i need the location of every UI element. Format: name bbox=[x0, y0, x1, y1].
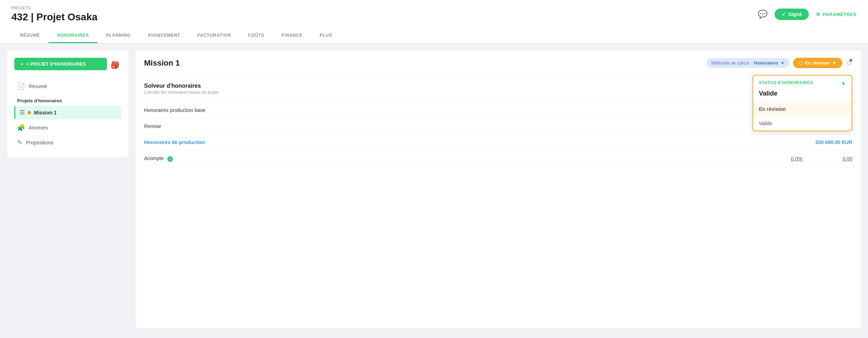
table-row: Honoraires production base 200 000.00 bbox=[144, 102, 852, 118]
main-content: + + PROJET D'HONORAIRES 🎒 📄 Résumé Proje… bbox=[0, 43, 868, 335]
status-dropdown-chevron[interactable]: ▲ bbox=[841, 80, 846, 86]
check-icon: ✓ bbox=[782, 11, 786, 17]
mission-title: Mission 1 bbox=[144, 58, 180, 68]
calcul-method: Honoraires bbox=[754, 60, 778, 66]
table-rows: Honoraires production base 200 000.00 Re… bbox=[136, 102, 861, 167]
tab-avancement[interactable]: AVANCEMENT bbox=[139, 29, 189, 43]
tab-honoraires[interactable]: HONORAIRES bbox=[48, 29, 97, 43]
sidebar: + + PROJET D'HONORAIRES 🎒 📄 Résumé Proje… bbox=[7, 51, 128, 157]
sidebar-mission-1[interactable]: ☰ Mission 1 bbox=[14, 106, 121, 119]
tab-finance[interactable]: FINANCE bbox=[273, 29, 311, 43]
mission-label: Mission 1 bbox=[34, 110, 57, 116]
solveur-section: Solveur d'honoraires Calculer les honora… bbox=[136, 76, 861, 102]
revision-dropdown-arrow: ▼ bbox=[832, 60, 837, 66]
settings-dot bbox=[849, 59, 852, 62]
tab-couts[interactable]: COÛTS bbox=[239, 29, 273, 43]
header-top: PROJETS 432 | Projet Osaka 💬 ✓ Signé ⚙ P… bbox=[11, 6, 857, 27]
calcul-badge: Méthode de calcul : Honoraires ▼ bbox=[706, 58, 790, 68]
gear-icon: ⚙ bbox=[816, 12, 821, 17]
annexes-label: Annexes bbox=[29, 125, 48, 130]
add-project-button[interactable]: + + PROJET D'HONORAIRES bbox=[14, 58, 107, 70]
clock-icon: ◌ bbox=[799, 60, 803, 66]
add-project-label: + PROJET D'HONORAIRES bbox=[26, 61, 86, 67]
header: PROJETS 432 | Projet Osaka 💬 ✓ Signé ⚙ P… bbox=[0, 0, 868, 43]
settings-icon-button[interactable]: ⚙ bbox=[846, 59, 852, 67]
sidebar-item-propositions[interactable]: ✎ Propositions bbox=[14, 135, 121, 150]
table-row-highlighted: Honoraires de production 200 000.00 EUR bbox=[144, 134, 852, 150]
header-actions: 💬 ✓ Signé ⚙ PARAMÈTRES bbox=[758, 9, 857, 20]
puzzle-icon: 🧩 bbox=[17, 124, 25, 132]
content-area: Mission 1 Méthode de calcul : Honoraires… bbox=[136, 51, 861, 328]
params-label: PARAMÈTRES bbox=[823, 12, 857, 17]
sidebar-item-resume[interactable]: 📄 Résumé bbox=[14, 79, 121, 94]
status-dropdown-header: Status d'honoraires ▲ bbox=[753, 76, 852, 88]
revision-button[interactable]: ◌ En révision ▼ bbox=[793, 58, 842, 68]
row-label: Acompte i bbox=[144, 155, 767, 162]
tab-planning[interactable]: PLANNING bbox=[97, 29, 139, 43]
pencil-icon: ✎ bbox=[17, 139, 22, 147]
signed-button[interactable]: ✓ Signé bbox=[775, 9, 809, 20]
sidebar-item-annexes[interactable]: 🧩 Annexes bbox=[14, 120, 121, 135]
mission-status-dot bbox=[27, 111, 31, 114]
sidebar-section-label: Projets d'honoraires bbox=[14, 94, 121, 106]
row-mid[interactable]: 0.0% bbox=[767, 156, 802, 162]
page-title: 432 | Projet Osaka bbox=[11, 11, 97, 23]
status-selected-value: Valide bbox=[753, 88, 852, 102]
tab-plus[interactable]: PLUS bbox=[311, 29, 341, 43]
row-label: Honoraires production base bbox=[144, 107, 767, 113]
tab-resume[interactable]: RÉSUMÉ bbox=[11, 29, 48, 43]
params-button[interactable]: ⚙ PARAMÈTRES bbox=[816, 12, 857, 17]
calcul-dropdown-arrow[interactable]: ▼ bbox=[780, 61, 785, 66]
calcul-prefix: Méthode de calcul : bbox=[711, 60, 752, 66]
title-block: PROJETS 432 | Projet Osaka bbox=[11, 6, 97, 23]
breadcrumb: PROJETS bbox=[11, 6, 97, 10]
revision-label: En révision bbox=[805, 60, 830, 66]
status-dropdown-label: Status d'honoraires bbox=[759, 80, 813, 85]
info-icon[interactable]: i bbox=[167, 156, 173, 162]
mission-header: Mission 1 Méthode de calcul : Honoraires… bbox=[136, 51, 861, 76]
status-option-en-revision[interactable]: En révision bbox=[753, 102, 852, 116]
sidebar-top-row: + + PROJET D'HONORAIRES 🎒 bbox=[14, 58, 121, 72]
row-value[interactable]: 0.00 bbox=[802, 156, 852, 162]
resume-label: Résumé bbox=[29, 83, 47, 89]
table-row: Remise 0.0% 0.00 bbox=[144, 118, 852, 134]
signed-label: Signé bbox=[788, 11, 802, 17]
chat-icon[interactable]: 💬 bbox=[758, 10, 767, 19]
row-label: Remise bbox=[144, 123, 767, 129]
tab-facturation[interactable]: FACTURATION bbox=[189, 29, 239, 43]
row-label: Honoraires de production bbox=[144, 139, 767, 145]
layers-icon-button[interactable]: 🎒 bbox=[111, 61, 119, 69]
propositions-label: Propositions bbox=[26, 140, 53, 145]
nav-tabs: RÉSUMÉ HONORAIRES PLANNING AVANCEMENT FA… bbox=[11, 29, 857, 43]
plus-icon: + bbox=[21, 61, 24, 67]
drag-handle-icon: ☰ bbox=[20, 109, 25, 116]
status-dropdown: Status d'honoraires ▲ Valide En révision… bbox=[752, 75, 852, 131]
solveur-title: Solveur d'honoraires bbox=[144, 83, 852, 89]
table-row: Acompte i 0.0% 0.00 bbox=[144, 150, 852, 167]
mission-controls: Méthode de calcul : Honoraires ▼ ◌ En ré… bbox=[706, 58, 852, 68]
row-value-blue: 200 000.00 EUR bbox=[802, 139, 852, 145]
solveur-subtitle: Calculer les honoraires totaux du projet bbox=[144, 90, 852, 95]
status-option-valide[interactable]: Valide bbox=[753, 116, 852, 130]
resume-icon: 📄 bbox=[17, 82, 25, 90]
